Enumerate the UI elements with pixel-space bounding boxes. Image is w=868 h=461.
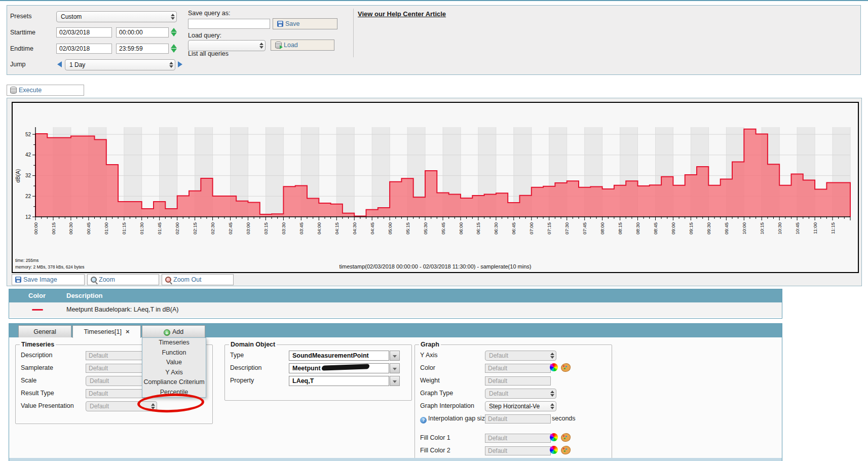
graph-fieldset: Graph Y AxisDefaultColorDefaultWeightDef… — [414, 341, 612, 461]
execute-button[interactable]: Execute — [7, 85, 84, 96]
rainbow-color-wheel-icon[interactable] — [550, 363, 558, 371]
field-interpolation-gap-size-input[interactable]: Default — [485, 414, 551, 424]
down-triangle-icon[interactable] — [390, 363, 400, 373]
svg-text:52: 52 — [25, 132, 31, 137]
list-all-queries-link[interactable]: List all queries — [188, 50, 229, 57]
field-color-input[interactable]: Default — [485, 364, 551, 373]
down-triangle-icon[interactable] — [390, 376, 400, 386]
menu-item-function[interactable]: Function — [142, 348, 206, 358]
graph-fields: Y AxisDefaultColorDefaultWeightDefaultGr… — [419, 350, 608, 458]
execute-button-label: Execute — [19, 87, 42, 94]
svg-text:04:00: 04:00 — [316, 222, 322, 235]
zoom-button[interactable]: Zoom — [87, 274, 159, 285]
legend-row-description: Meetpunt Baudelopark: LAeq,T in dB(A) — [66, 302, 178, 317]
field-y-axis-select[interactable]: Default — [485, 351, 556, 361]
field-color-label: Color — [420, 364, 435, 372]
paint-palette-icon[interactable] — [561, 433, 571, 442]
start-time-spinner-icon[interactable] — [171, 28, 177, 36]
svg-text:09:00: 09:00 — [670, 222, 676, 235]
field-type-combo[interactable]: SoundMeasurementPoint — [289, 351, 389, 361]
starttime-label: Starttime — [10, 29, 35, 36]
field-fill-color-1-input[interactable]: Default — [485, 434, 551, 443]
domain-object-fieldset-legend: Domain Object — [229, 341, 277, 348]
field-weight-label: Weight — [420, 377, 440, 385]
field-row-description: DescriptionMeetpunt — [229, 363, 407, 375]
field-row-weight: WeightDefault — [419, 375, 608, 388]
zoom-label: Zoom — [99, 276, 115, 283]
tab-general[interactable]: General — [18, 325, 71, 337]
database-icon — [10, 87, 17, 94]
field-graph-type-label: Graph Type — [420, 390, 453, 398]
paint-palette-icon[interactable] — [561, 446, 571, 454]
field-graph-interpolation-select[interactable]: Step Horizontal-Ve — [485, 401, 556, 411]
field-description-combo[interactable]: Meetpunt — [289, 363, 389, 373]
svg-text:05:15: 05:15 — [405, 222, 410, 235]
endtime-label: Endtime — [10, 45, 33, 52]
field-fill-color-2-label: Fill Color 2 — [420, 447, 450, 455]
svg-text:06:45: 06:45 — [511, 222, 516, 235]
presets-label: Presets — [10, 13, 31, 20]
menu-item-compliance-criterium[interactable]: Compliance Criterium — [142, 377, 206, 388]
save-query-input[interactable] — [188, 19, 270, 29]
field-graph-type-value: Default — [489, 390, 508, 397]
end-time-input[interactable]: 23:59:59 — [116, 44, 169, 54]
menu-item-timeseries[interactable]: Timeseries — [142, 338, 206, 348]
menu-item-percentile[interactable]: Percentile — [142, 388, 206, 398]
x-close-icon[interactable]: × — [126, 326, 130, 338]
field-row-graph-type: Graph TypeDefault — [419, 388, 608, 401]
blue-question-circle-icon[interactable]: ? — [420, 417, 427, 424]
load-button[interactable]: Load — [271, 40, 334, 51]
green-plus-circle-icon: + — [164, 329, 170, 336]
field-row-property: PropertyLAeq,T — [229, 375, 407, 388]
jump-prev-icon[interactable] — [57, 61, 62, 67]
field-interpolation-gap-size-suffix: seconds — [552, 415, 576, 422]
field-fill-color-2-input[interactable]: Default — [485, 446, 551, 455]
tab-timeseries[interactable]: Timeseries[1]× — [72, 325, 141, 338]
tab-add[interactable]: +Add — [142, 325, 205, 337]
select-stepper-icon — [171, 14, 174, 20]
presets-select[interactable]: Custom — [56, 11, 177, 22]
svg-text:02:00: 02:00 — [174, 222, 180, 235]
rainbow-color-wheel-icon[interactable] — [550, 446, 558, 454]
help-center-link[interactable]: View our Help Center Article — [358, 10, 446, 18]
series-config-panel: General Timeseries[1]× +Add TimeseriesFu… — [9, 323, 782, 461]
legend-header: Color Description — [9, 289, 782, 302]
start-time-input[interactable]: 00:00:00 — [116, 27, 169, 37]
floppy-disk-icon — [277, 21, 283, 27]
zoom-out-button[interactable]: Zoom Out — [162, 274, 234, 285]
svg-text:07:15: 07:15 — [546, 222, 552, 235]
load-query-select[interactable] — [188, 40, 266, 51]
field-weight-input[interactable]: Default — [485, 376, 551, 386]
end-time-spinner-icon[interactable] — [171, 44, 177, 53]
svg-text:10:00: 10:00 — [741, 222, 747, 235]
tab-general-label: General — [33, 328, 56, 335]
zoom-out-label: Zoom Out — [173, 276, 202, 283]
field-value-presentation-select[interactable]: Default — [86, 401, 157, 411]
field-property-combo[interactable]: LAeq,T — [289, 376, 389, 386]
save-image-button[interactable]: Save Image — [12, 274, 85, 285]
start-date-input[interactable]: 02/03/2018 — [56, 27, 112, 37]
svg-text:01:30: 01:30 — [139, 222, 144, 235]
menu-item-value[interactable]: Value — [142, 358, 206, 368]
floppy-disk-icon — [15, 277, 21, 283]
save-image-label: Save Image — [23, 276, 57, 283]
field-graph-type-select[interactable]: Default — [485, 389, 556, 399]
legend-header-description: Description — [66, 289, 103, 302]
svg-text:02:45: 02:45 — [228, 222, 233, 235]
paint-palette-icon[interactable] — [561, 363, 571, 372]
chart-plot-area[interactable]: 1222324252dB(A)00:0000:1500:3000:4501:00… — [12, 102, 859, 273]
form-divider — [353, 9, 354, 57]
up-down-stepper-icon — [550, 403, 554, 409]
jump-select[interactable]: 1 Day — [65, 59, 175, 70]
field-property-value: LAeq,T — [292, 377, 314, 385]
end-date-input[interactable]: 02/03/2018 — [56, 44, 112, 54]
field-row-color: ColorDefault — [419, 363, 608, 375]
jump-next-icon[interactable] — [178, 61, 182, 67]
svg-text:09:45: 09:45 — [724, 222, 729, 235]
down-triangle-icon[interactable] — [390, 351, 400, 361]
field-description-label: Description — [230, 364, 262, 372]
menu-item-y-axis[interactable]: Y Axis — [142, 368, 206, 378]
rainbow-color-wheel-icon[interactable] — [550, 433, 558, 441]
save-button[interactable]: Save — [273, 18, 337, 29]
save-button-label: Save — [285, 20, 300, 27]
